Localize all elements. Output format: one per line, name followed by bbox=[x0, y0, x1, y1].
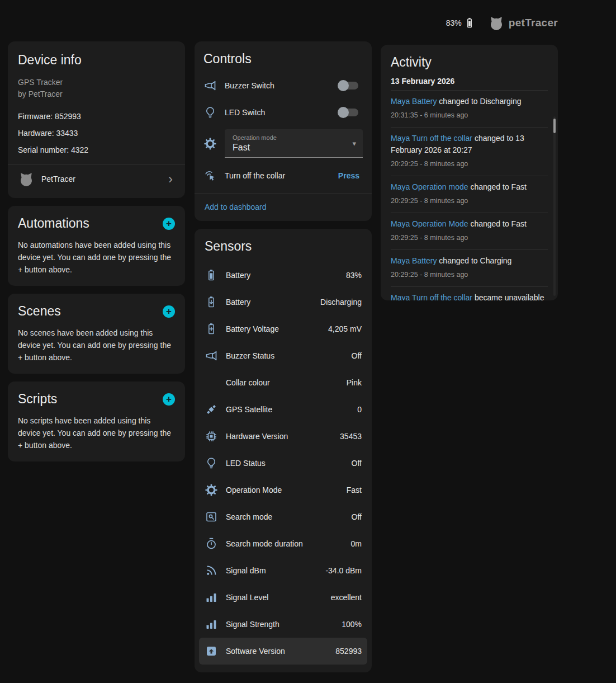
top-bar: 83% petTracer bbox=[446, 15, 558, 31]
sensor-row-search-mode-duration[interactable]: Search mode duration0m bbox=[199, 530, 367, 557]
sensor-row-signal-strength[interactable]: Signal Strength100% bbox=[199, 611, 367, 638]
sensor-name: Signal Strength bbox=[226, 620, 334, 629]
plus-icon: + bbox=[166, 394, 172, 404]
activity-date-header: 13 February 2026 bbox=[391, 77, 548, 86]
sensor-name: Collar colour bbox=[226, 378, 339, 387]
sensor-value: Pink bbox=[347, 378, 362, 387]
sensor-name: Search mode bbox=[226, 512, 344, 521]
buzzer-toggle[interactable] bbox=[339, 82, 358, 90]
entry-timestamp: 20:29:25 - 8 minutes ago bbox=[391, 158, 548, 170]
sensor-value: excellent bbox=[331, 593, 362, 602]
activity-entry-text: Maya Operation Mode changed to Fast bbox=[391, 218, 548, 230]
entity-link[interactable]: Maya Battery bbox=[391, 97, 437, 106]
scripts-card: Scripts + No scripts have been added usi… bbox=[8, 381, 185, 461]
entity-link[interactable]: Maya Battery bbox=[391, 256, 437, 265]
sensor-row-battery-voltage[interactable]: Battery Voltage4,205 mV bbox=[199, 315, 367, 342]
integration-row[interactable]: PetTracer › bbox=[18, 164, 175, 194]
sensor-name: GPS Satellite bbox=[226, 405, 349, 414]
scrollbar-thumb[interactable] bbox=[553, 119, 556, 133]
operation-mode-row: Operation mode Fast ▾ bbox=[203, 129, 363, 158]
automations-card: Automations + No automations have been a… bbox=[8, 206, 185, 286]
sensor-row-operation-mode[interactable]: Operation ModeFast bbox=[199, 477, 367, 503]
add-automation-button[interactable]: + bbox=[163, 218, 175, 230]
sensor-name: Signal Level bbox=[226, 593, 323, 602]
activity-entry-text: Maya Turn off the collar changed to 13 F… bbox=[391, 133, 548, 156]
device-page: 83% petTracer Device info GPS Tracker by… bbox=[0, 0, 616, 683]
logo-text: petTracer bbox=[509, 17, 558, 29]
sensor-row-software-version[interactable]: Software Version852993 bbox=[199, 638, 367, 665]
press-button[interactable]: Press bbox=[338, 171, 363, 180]
signal-bars-icon bbox=[205, 591, 218, 604]
device-model: GPS Tracker bbox=[18, 77, 175, 88]
software-icon bbox=[205, 644, 218, 658]
right-column: Activity 13 February 2026 Maya Battery c… bbox=[381, 45, 558, 308]
led-toggle[interactable] bbox=[339, 109, 358, 116]
sensor-row-battery[interactable]: BatteryDischarging bbox=[199, 289, 367, 315]
battery-discharging-icon bbox=[205, 295, 218, 309]
sensor-row-collar-colour[interactable]: Collar colourPink bbox=[199, 369, 367, 396]
entity-link[interactable]: Maya Turn off the collar bbox=[391, 293, 472, 300]
entity-link[interactable]: Maya Operation Mode bbox=[391, 219, 468, 228]
header-battery-percent: 83% bbox=[446, 18, 462, 27]
entity-link[interactable]: Maya Turn off the collar bbox=[391, 134, 472, 143]
pettracer-logo: petTracer bbox=[488, 15, 558, 31]
cat-logo-icon bbox=[488, 15, 505, 31]
sensor-row-buzzer-status[interactable]: Buzzer StatusOff bbox=[199, 342, 367, 369]
no-icon bbox=[205, 376, 218, 389]
activity-entry-text: Maya Turn off the collar became unavaila… bbox=[391, 292, 548, 300]
controls-card: Controls Buzzer Switch LED Switch Operat… bbox=[195, 41, 372, 221]
bugle-icon bbox=[205, 349, 218, 362]
sensor-row-signal-level[interactable]: Signal Levelexcellent bbox=[199, 584, 367, 611]
add-script-button[interactable]: + bbox=[163, 393, 175, 406]
gear-icon bbox=[203, 137, 217, 150]
sensor-row-battery[interactable]: Battery83% bbox=[199, 262, 367, 289]
entry-timestamp: 20:29:25 - 8 minutes ago bbox=[391, 269, 548, 281]
scripts-empty-text: No scripts have been added using this de… bbox=[18, 414, 175, 451]
operation-mode-value: Fast bbox=[233, 143, 343, 153]
sensor-row-gps-satellite[interactable]: GPS Satellite0 bbox=[199, 396, 367, 423]
activity-entry: Maya Operation mode changed to Fast20:29… bbox=[391, 176, 548, 213]
chip-icon bbox=[205, 430, 218, 443]
sensor-row-signal-dbm[interactable]: Signal dBm-34.0 dBm bbox=[199, 557, 367, 584]
activity-entry-text: Maya Operation mode changed to Fast bbox=[391, 181, 548, 193]
activity-entry-text: Maya Battery changed to Discharging bbox=[391, 96, 548, 107]
sensor-value: -34.0 dBm bbox=[325, 566, 362, 575]
sensor-name: Battery bbox=[226, 298, 312, 307]
sensor-row-search-mode[interactable]: Search modeOff bbox=[199, 503, 367, 530]
scenes-card: Scenes + No scenes have been added using… bbox=[8, 294, 185, 374]
lightbulb-icon bbox=[203, 106, 217, 119]
search-icon bbox=[205, 510, 218, 524]
sensor-value: Off bbox=[352, 459, 362, 468]
device-info-title: Device info bbox=[18, 53, 175, 68]
sensor-name: Hardware Version bbox=[226, 432, 332, 441]
scenes-empty-text: No scenes have been added using this dev… bbox=[18, 327, 175, 364]
entity-link[interactable]: Maya Operation mode bbox=[391, 182, 468, 191]
operation-mode-select[interactable]: Operation mode Fast ▾ bbox=[225, 129, 363, 158]
scenes-title: Scenes bbox=[18, 304, 61, 319]
integration-name: PetTracer bbox=[41, 175, 162, 183]
turn-off-collar-row: Turn off the collar Press bbox=[203, 162, 363, 189]
turn-off-collar-label: Turn off the collar bbox=[225, 171, 330, 180]
sensor-name: Software Version bbox=[226, 647, 328, 656]
satellite-icon bbox=[205, 403, 218, 416]
gesture-tap-icon bbox=[203, 169, 217, 182]
add-to-dashboard-link[interactable]: Add to dashboard bbox=[203, 194, 363, 221]
controls-title: Controls bbox=[203, 51, 363, 67]
device-firmware: Firmware: 852993 bbox=[18, 108, 175, 125]
sensor-name: Operation Mode bbox=[226, 486, 339, 494]
sensor-row-hardware-version[interactable]: Hardware Version35453 bbox=[199, 423, 367, 450]
led-switch-label: LED Switch bbox=[225, 108, 331, 117]
sensor-value: Off bbox=[352, 512, 362, 521]
sensor-row-led-status[interactable]: LED StatusOff bbox=[199, 450, 367, 477]
add-scene-button[interactable]: + bbox=[163, 305, 175, 318]
activity-card: Activity 13 February 2026 Maya Battery c… bbox=[381, 45, 558, 300]
pettracer-integration-icon bbox=[18, 171, 35, 187]
activity-scrollbar[interactable] bbox=[553, 116, 556, 296]
sensor-value: 0 bbox=[357, 405, 362, 414]
scripts-title: Scripts bbox=[18, 392, 57, 407]
buzzer-switch-label: Buzzer Switch bbox=[225, 81, 331, 90]
left-column: Device info GPS Tracker by PetTracer Fir… bbox=[8, 41, 185, 469]
sensor-name: Signal dBm bbox=[226, 566, 318, 575]
signal-bars-icon bbox=[205, 618, 218, 631]
sensors-card: Sensors Battery83%BatteryDischargingBatt… bbox=[195, 229, 372, 672]
